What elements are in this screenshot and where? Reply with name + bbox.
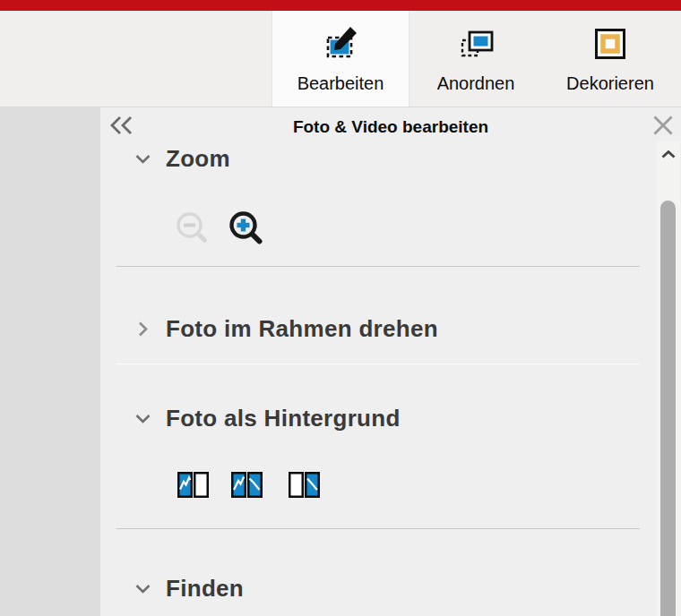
zoom-out-icon — [174, 210, 211, 247]
background-left-page-button[interactable] — [177, 472, 209, 498]
tab-anordnen-label: Anordnen — [437, 73, 515, 94]
chevron-up-icon — [661, 150, 676, 158]
chevron-right-icon — [134, 321, 151, 337]
tab-dekorieren[interactable]: Dekorieren — [547, 11, 673, 107]
section-title-foto-im-rahmen-drehen: Foto im Rahmen drehen — [166, 315, 438, 343]
edit-photo-icon — [320, 24, 361, 65]
tab-bearbeiten[interactable]: Bearbeiten — [272, 11, 409, 107]
zoom-out-button[interactable] — [174, 210, 211, 247]
main-toolbar: Bearbeiten Anordnen Dekorieren — [0, 11, 681, 107]
section-header-zoom[interactable]: Zoom — [134, 145, 230, 172]
decorate-icon — [590, 24, 631, 65]
panel-scrollbar[interactable] — [657, 141, 680, 616]
tab-anordnen[interactable]: Anordnen — [418, 11, 534, 107]
section-divider — [116, 364, 640, 364]
chevron-down-icon — [134, 414, 151, 424]
background-both-pages-button[interactable] — [231, 472, 263, 498]
background-both-pages-icon — [231, 472, 263, 498]
zoom-in-button[interactable] — [228, 210, 265, 247]
chevron-down-icon — [134, 154, 151, 164]
section-header-finden[interactable]: Finden — [134, 575, 244, 602]
edit-panel: Foto & Video bearbeiten Zoom — [100, 107, 681, 616]
close-icon — [652, 115, 674, 136]
arrange-icon — [455, 24, 496, 65]
zoom-in-icon — [228, 210, 265, 247]
section-header-foto-im-rahmen-drehen[interactable]: Foto im Rahmen drehen — [134, 315, 438, 342]
panel-close-button[interactable] — [651, 114, 676, 137]
section-divider — [116, 528, 640, 529]
background-right-page-button[interactable] — [289, 472, 320, 498]
tab-bearbeiten-label: Bearbeiten — [297, 73, 384, 94]
top-accent-bar — [0, 0, 681, 11]
tab-dekorieren-label: Dekorieren — [566, 73, 654, 94]
section-title-foto-als-hintergrund: Foto als Hintergrund — [166, 405, 401, 432]
content-area: Foto & Video bearbeiten Zoom — [0, 107, 681, 616]
section-divider — [116, 266, 640, 267]
section-title-zoom: Zoom — [166, 145, 230, 173]
panel-title: Foto & Video bearbeiten — [100, 117, 681, 137]
section-title-finden: Finden — [166, 575, 244, 603]
scroll-up-button[interactable] — [657, 147, 680, 161]
section-header-foto-als-hintergrund[interactable]: Foto als Hintergrund — [134, 405, 401, 432]
chevron-down-icon — [134, 584, 151, 594]
background-left-page-icon — [177, 472, 209, 498]
background-right-page-icon — [289, 472, 320, 498]
scrollbar-thumb[interactable] — [660, 201, 676, 616]
